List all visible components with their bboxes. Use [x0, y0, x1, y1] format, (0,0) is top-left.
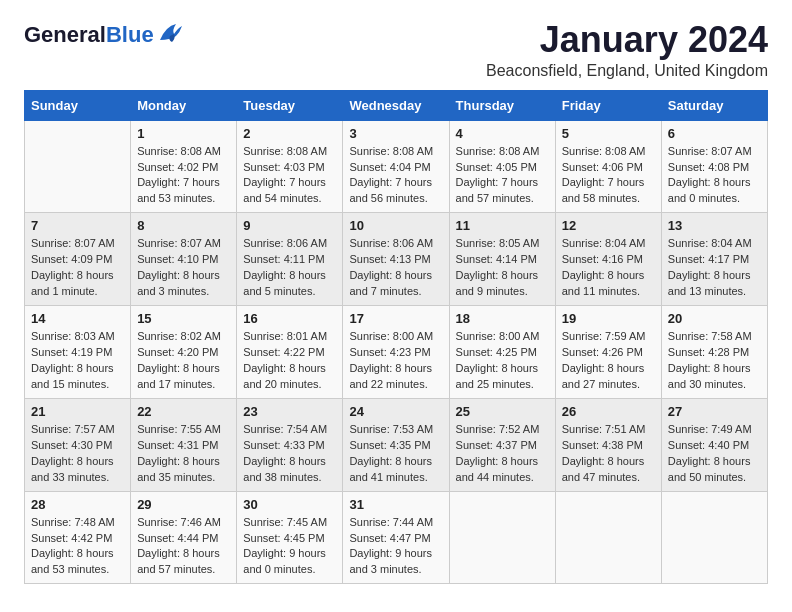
day-info: Sunrise: 7:57 AMSunset: 4:30 PMDaylight:… [31, 422, 124, 486]
day-info: Sunrise: 7:44 AMSunset: 4:47 PMDaylight:… [349, 515, 442, 579]
day-info: Sunrise: 8:00 AMSunset: 4:25 PMDaylight:… [456, 329, 549, 393]
logo-blue: Blue [106, 22, 154, 47]
day-number: 2 [243, 126, 336, 141]
day-info: Sunrise: 7:55 AMSunset: 4:31 PMDaylight:… [137, 422, 230, 486]
calendar-cell: 12Sunrise: 8:04 AMSunset: 4:16 PMDayligh… [555, 213, 661, 306]
calendar-cell: 4Sunrise: 8:08 AMSunset: 4:05 PMDaylight… [449, 120, 555, 213]
day-number: 23 [243, 404, 336, 419]
day-number: 4 [456, 126, 549, 141]
day-number: 18 [456, 311, 549, 326]
page-header: GeneralBlue January 2024 Beaconsfield, E… [24, 20, 768, 80]
calendar-cell: 2Sunrise: 8:08 AMSunset: 4:03 PMDaylight… [237, 120, 343, 213]
header-day-monday: Monday [131, 90, 237, 120]
calendar-week-5: 28Sunrise: 7:48 AMSunset: 4:42 PMDayligh… [25, 491, 768, 584]
day-number: 21 [31, 404, 124, 419]
day-info: Sunrise: 8:02 AMSunset: 4:20 PMDaylight:… [137, 329, 230, 393]
calendar-cell: 26Sunrise: 7:51 AMSunset: 4:38 PMDayligh… [555, 398, 661, 491]
calendar-cell: 30Sunrise: 7:45 AMSunset: 4:45 PMDayligh… [237, 491, 343, 584]
day-info: Sunrise: 8:07 AMSunset: 4:10 PMDaylight:… [137, 236, 230, 300]
logo-general: General [24, 22, 106, 47]
day-number: 6 [668, 126, 761, 141]
calendar-cell: 18Sunrise: 8:00 AMSunset: 4:25 PMDayligh… [449, 306, 555, 399]
day-number: 7 [31, 218, 124, 233]
day-number: 11 [456, 218, 549, 233]
day-info: Sunrise: 8:08 AMSunset: 4:04 PMDaylight:… [349, 144, 442, 208]
calendar-week-2: 7Sunrise: 8:07 AMSunset: 4:09 PMDaylight… [25, 213, 768, 306]
day-info: Sunrise: 8:06 AMSunset: 4:13 PMDaylight:… [349, 236, 442, 300]
calendar-cell: 19Sunrise: 7:59 AMSunset: 4:26 PMDayligh… [555, 306, 661, 399]
day-info: Sunrise: 8:04 AMSunset: 4:17 PMDaylight:… [668, 236, 761, 300]
calendar-cell: 6Sunrise: 8:07 AMSunset: 4:08 PMDaylight… [661, 120, 767, 213]
day-info: Sunrise: 8:01 AMSunset: 4:22 PMDaylight:… [243, 329, 336, 393]
calendar-week-4: 21Sunrise: 7:57 AMSunset: 4:30 PMDayligh… [25, 398, 768, 491]
day-info: Sunrise: 8:04 AMSunset: 4:16 PMDaylight:… [562, 236, 655, 300]
day-number: 26 [562, 404, 655, 419]
calendar-cell: 29Sunrise: 7:46 AMSunset: 4:44 PMDayligh… [131, 491, 237, 584]
day-number: 25 [456, 404, 549, 419]
header-day-friday: Friday [555, 90, 661, 120]
calendar-cell: 11Sunrise: 8:05 AMSunset: 4:14 PMDayligh… [449, 213, 555, 306]
logo-text: GeneralBlue [24, 24, 154, 46]
calendar-cell: 17Sunrise: 8:00 AMSunset: 4:23 PMDayligh… [343, 306, 449, 399]
day-info: Sunrise: 8:05 AMSunset: 4:14 PMDaylight:… [456, 236, 549, 300]
calendar-cell: 20Sunrise: 7:58 AMSunset: 4:28 PMDayligh… [661, 306, 767, 399]
day-number: 15 [137, 311, 230, 326]
day-number: 24 [349, 404, 442, 419]
day-info: Sunrise: 8:03 AMSunset: 4:19 PMDaylight:… [31, 329, 124, 393]
day-info: Sunrise: 7:49 AMSunset: 4:40 PMDaylight:… [668, 422, 761, 486]
day-number: 16 [243, 311, 336, 326]
calendar-cell: 31Sunrise: 7:44 AMSunset: 4:47 PMDayligh… [343, 491, 449, 584]
day-info: Sunrise: 7:59 AMSunset: 4:26 PMDaylight:… [562, 329, 655, 393]
day-info: Sunrise: 8:08 AMSunset: 4:03 PMDaylight:… [243, 144, 336, 208]
calendar-cell: 14Sunrise: 8:03 AMSunset: 4:19 PMDayligh… [25, 306, 131, 399]
day-info: Sunrise: 8:08 AMSunset: 4:06 PMDaylight:… [562, 144, 655, 208]
day-number: 5 [562, 126, 655, 141]
calendar-cell: 1Sunrise: 8:08 AMSunset: 4:02 PMDaylight… [131, 120, 237, 213]
day-number: 17 [349, 311, 442, 326]
day-info: Sunrise: 7:46 AMSunset: 4:44 PMDaylight:… [137, 515, 230, 579]
calendar-cell: 8Sunrise: 8:07 AMSunset: 4:10 PMDaylight… [131, 213, 237, 306]
day-number: 12 [562, 218, 655, 233]
day-info: Sunrise: 7:51 AMSunset: 4:38 PMDaylight:… [562, 422, 655, 486]
calendar-cell [25, 120, 131, 213]
header-day-thursday: Thursday [449, 90, 555, 120]
calendar-cell: 10Sunrise: 8:06 AMSunset: 4:13 PMDayligh… [343, 213, 449, 306]
day-number: 1 [137, 126, 230, 141]
calendar-cell [661, 491, 767, 584]
day-number: 22 [137, 404, 230, 419]
day-number: 30 [243, 497, 336, 512]
calendar-cell: 16Sunrise: 8:01 AMSunset: 4:22 PMDayligh… [237, 306, 343, 399]
calendar-cell: 5Sunrise: 8:08 AMSunset: 4:06 PMDaylight… [555, 120, 661, 213]
day-info: Sunrise: 7:58 AMSunset: 4:28 PMDaylight:… [668, 329, 761, 393]
calendar-cell: 23Sunrise: 7:54 AMSunset: 4:33 PMDayligh… [237, 398, 343, 491]
day-number: 31 [349, 497, 442, 512]
header-day-sunday: Sunday [25, 90, 131, 120]
day-number: 27 [668, 404, 761, 419]
day-number: 9 [243, 218, 336, 233]
day-number: 29 [137, 497, 230, 512]
calendar-week-3: 14Sunrise: 8:03 AMSunset: 4:19 PMDayligh… [25, 306, 768, 399]
calendar-cell: 3Sunrise: 8:08 AMSunset: 4:04 PMDaylight… [343, 120, 449, 213]
day-number: 14 [31, 311, 124, 326]
month-year-title: January 2024 [486, 20, 768, 60]
calendar-cell: 22Sunrise: 7:55 AMSunset: 4:31 PMDayligh… [131, 398, 237, 491]
day-info: Sunrise: 8:07 AMSunset: 4:09 PMDaylight:… [31, 236, 124, 300]
calendar-cell: 9Sunrise: 8:06 AMSunset: 4:11 PMDaylight… [237, 213, 343, 306]
calendar-cell: 24Sunrise: 7:53 AMSunset: 4:35 PMDayligh… [343, 398, 449, 491]
day-info: Sunrise: 7:45 AMSunset: 4:45 PMDaylight:… [243, 515, 336, 579]
calendar-cell: 7Sunrise: 8:07 AMSunset: 4:09 PMDaylight… [25, 213, 131, 306]
location-subtitle: Beaconsfield, England, United Kingdom [486, 62, 768, 80]
header-day-wednesday: Wednesday [343, 90, 449, 120]
day-info: Sunrise: 7:54 AMSunset: 4:33 PMDaylight:… [243, 422, 336, 486]
calendar-cell: 25Sunrise: 7:52 AMSunset: 4:37 PMDayligh… [449, 398, 555, 491]
header-row: SundayMondayTuesdayWednesdayThursdayFrid… [25, 90, 768, 120]
day-info: Sunrise: 7:48 AMSunset: 4:42 PMDaylight:… [31, 515, 124, 579]
header-day-saturday: Saturday [661, 90, 767, 120]
calendar-header: SundayMondayTuesdayWednesdayThursdayFrid… [25, 90, 768, 120]
calendar-cell: 15Sunrise: 8:02 AMSunset: 4:20 PMDayligh… [131, 306, 237, 399]
day-info: Sunrise: 8:06 AMSunset: 4:11 PMDaylight:… [243, 236, 336, 300]
calendar-cell [555, 491, 661, 584]
calendar-cell: 27Sunrise: 7:49 AMSunset: 4:40 PMDayligh… [661, 398, 767, 491]
calendar-cell: 13Sunrise: 8:04 AMSunset: 4:17 PMDayligh… [661, 213, 767, 306]
day-info: Sunrise: 7:53 AMSunset: 4:35 PMDaylight:… [349, 422, 442, 486]
